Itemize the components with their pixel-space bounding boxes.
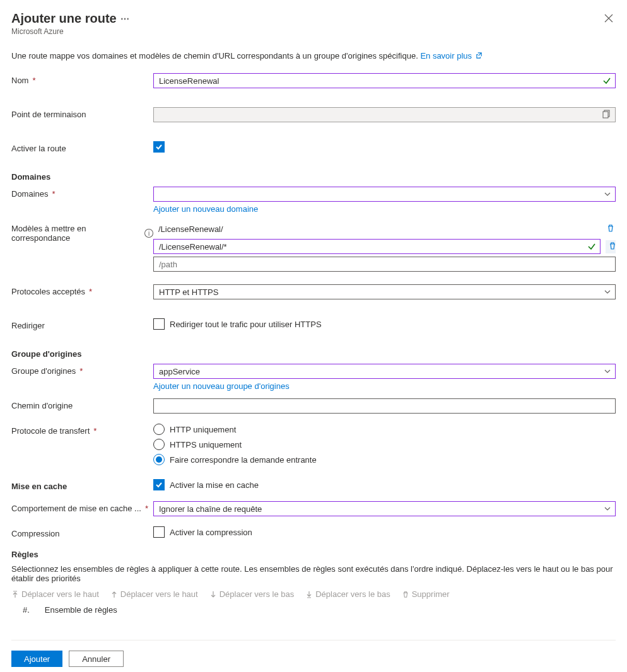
- chevron-down-icon: [604, 505, 611, 513]
- intro-text: Une route mappe vos domaines et modèles …: [11, 51, 616, 61]
- intro-paragraph: Une route mappe vos domaines et modèles …: [11, 51, 420, 61]
- success-check-icon: [587, 242, 596, 251]
- rules-col-ruleset: Ensemble de règles: [45, 605, 117, 615]
- radio-https-only-label: HTTPS uniquement: [170, 440, 242, 449]
- radio-https-only[interactable]: [153, 439, 165, 450]
- redirect-https-checkbox[interactable]: [153, 318, 165, 330]
- radio-match-incoming-label: Faire correspondre la demande entrante: [170, 455, 317, 465]
- rules-section-header: Règles: [11, 550, 616, 559]
- close-icon[interactable]: [602, 11, 616, 28]
- svg-rect-1: [603, 112, 608, 118]
- origin-group-section-header: Groupe d'origines: [11, 349, 616, 359]
- accepted-protocols-label: Protocoles acceptés: [11, 287, 85, 296]
- caching-behavior-label: Comportement de mise en cache ...: [11, 504, 141, 513]
- success-check-icon: [602, 76, 611, 85]
- move-down-button[interactable]: Déplacer vers le bas: [209, 589, 295, 599]
- enable-route-label: Activer la route: [11, 144, 66, 153]
- enable-caching-checkbox[interactable]: [153, 479, 165, 490]
- patterns-label: Modèles à mettre en correspondance: [11, 224, 142, 243]
- rules-desc: Sélectionnez les ensembles de règles à a…: [11, 564, 616, 583]
- name-label: Nom: [11, 76, 28, 85]
- chevron-down-icon: [604, 368, 611, 375]
- domains-select[interactable]: [153, 187, 616, 202]
- enable-caching-text: Activer la mise en cache: [170, 480, 259, 490]
- name-input[interactable]: LicenseRenewal: [153, 73, 616, 88]
- add-origin-group-link[interactable]: Ajouter un nouveau groupe d'origines: [153, 381, 290, 391]
- caching-behavior-select[interactable]: Ignorer la chaîne de requête: [153, 501, 616, 516]
- move-top-button[interactable]: Déplacer vers le haut: [11, 589, 99, 599]
- move-up-button[interactable]: Déplacer vers le haut: [110, 589, 198, 599]
- panel-title: Ajouter une route: [11, 11, 117, 26]
- rules-col-num: #.: [23, 605, 30, 615]
- delete-pattern-0[interactable]: [606, 224, 616, 235]
- origin-path-input[interactable]: [153, 398, 616, 414]
- cancel-button[interactable]: Annuler: [69, 651, 124, 667]
- delete-pattern-1[interactable]: [606, 240, 616, 253]
- accepted-protocols-select[interactable]: HTTP et HTTPS: [153, 284, 616, 299]
- more-icon[interactable]: ⋯: [120, 14, 129, 24]
- origin-path-label: Chemin d'origine: [11, 401, 73, 410]
- add-button[interactable]: Ajouter: [11, 651, 62, 667]
- enable-compression-checkbox[interactable]: [153, 526, 165, 538]
- panel-subtitle: Microsoft Azure: [11, 27, 129, 36]
- enable-route-checkbox[interactable]: [153, 141, 165, 153]
- pattern-static-0: /LicenseRenewal/: [153, 221, 601, 236]
- radio-match-incoming[interactable]: [153, 454, 165, 465]
- enable-compression-text: Activer la compression: [170, 528, 252, 537]
- chevron-down-icon: [604, 288, 611, 296]
- copy-icon[interactable]: [602, 110, 611, 120]
- chevron-down-icon: [604, 190, 611, 198]
- caching-section-header: Mise en cache: [11, 482, 67, 491]
- endpoint-readonly: [153, 107, 616, 122]
- origin-group-select[interactable]: appService: [153, 364, 616, 379]
- forwarding-protocol-label: Protocole de transfert: [11, 426, 90, 436]
- compression-label: Compression: [11, 529, 60, 538]
- origin-group-label: Groupe d'origines: [11, 366, 76, 376]
- delete-rule-button[interactable]: Supprimer: [402, 589, 450, 599]
- domains-label: Domaines: [11, 189, 49, 199]
- radio-http-only-label: HTTP uniquement: [170, 425, 236, 434]
- domains-section-header: Domaines: [11, 172, 616, 182]
- external-link-icon: [476, 51, 483, 61]
- learn-more-link[interactable]: En savoir plus: [420, 51, 482, 61]
- redirect-label: Rediriger: [11, 321, 45, 330]
- add-domain-link[interactable]: Ajouter un nouveau domaine: [153, 204, 258, 214]
- radio-http-only[interactable]: [153, 424, 165, 435]
- endpoint-label: Point de terminaison: [11, 110, 86, 119]
- info-icon[interactable]: i: [144, 229, 153, 238]
- pattern-input-new[interactable]: [153, 257, 616, 272]
- redirect-https-text: Rediriger tout le trafic pour utiliser H…: [170, 320, 322, 329]
- move-bottom-button[interactable]: Déplacer vers le bas: [305, 589, 390, 599]
- pattern-select-1[interactable]: /LicenseRenewal/*: [153, 239, 601, 254]
- rules-toolbar: Déplacer vers le haut Déplacer vers le h…: [11, 589, 616, 599]
